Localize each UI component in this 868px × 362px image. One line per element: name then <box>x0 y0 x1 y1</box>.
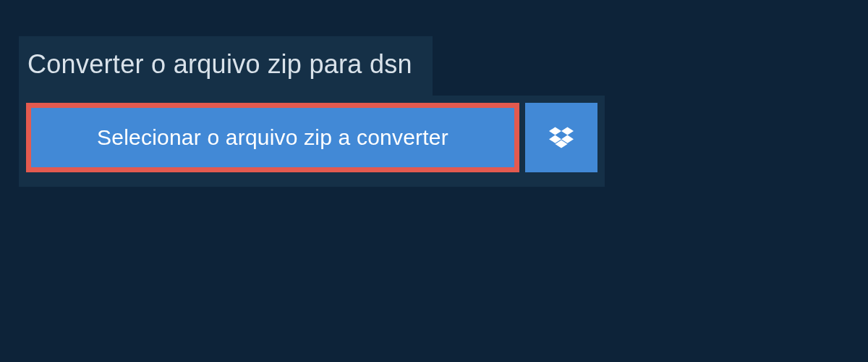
page-title: Converter o arquivo zip para dsn <box>27 49 412 80</box>
dropbox-icon <box>549 127 574 148</box>
dropbox-button[interactable] <box>525 103 597 172</box>
title-bar: Converter o arquivo zip para dsn <box>19 36 433 96</box>
converter-panel: Converter o arquivo zip para dsn Selecio… <box>0 0 868 187</box>
action-row: Selecionar o arquivo zip a converter <box>19 96 605 187</box>
select-file-button[interactable]: Selecionar o arquivo zip a converter <box>26 103 519 172</box>
